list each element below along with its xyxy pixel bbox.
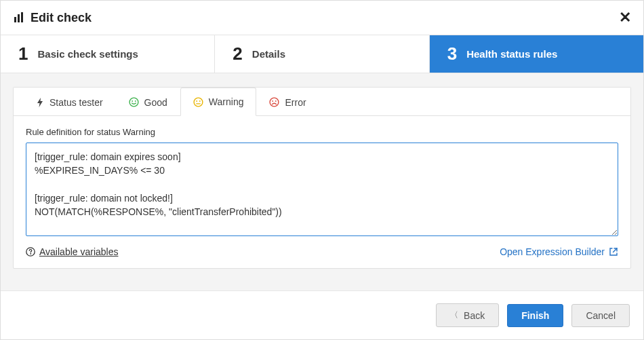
svg-point-10 xyxy=(270,98,279,107)
step-health-status-rules[interactable]: 3 Health status rules xyxy=(430,35,643,73)
tab-good[interactable]: Good xyxy=(116,88,180,116)
available-variables-label: Available variables xyxy=(39,246,118,257)
svg-point-4 xyxy=(132,100,133,102)
back-button[interactable]: 〈 Back xyxy=(436,303,499,327)
tab-content-warning: Rule definition for status Warning Avail… xyxy=(14,116,630,268)
wizard-steps: 1 Basic check settings 2 Details 3 Healt… xyxy=(1,35,643,73)
svg-point-12 xyxy=(275,100,277,102)
chevron-left-icon: 〈 xyxy=(450,309,458,321)
open-expression-builder-label: Open Expression Builder xyxy=(500,246,605,257)
svg-rect-1 xyxy=(18,14,20,22)
svg-point-3 xyxy=(129,98,138,107)
back-button-label: Back xyxy=(464,310,485,321)
header-title-group: Edit check xyxy=(13,11,92,25)
cancel-button[interactable]: Cancel xyxy=(571,304,630,327)
rules-panel: Status tester Good Warning xyxy=(13,87,631,269)
modal-footer: 〈 Back Finish Cancel xyxy=(1,290,643,339)
finish-button-label: Finish xyxy=(521,310,549,321)
rule-footer-row: Available variables Open Expression Buil… xyxy=(26,246,618,257)
svg-point-6 xyxy=(194,98,203,107)
svg-rect-0 xyxy=(14,17,16,22)
open-expression-builder-link[interactable]: Open Expression Builder xyxy=(500,246,618,257)
step-label: Details xyxy=(252,48,285,60)
modal-title: Edit check xyxy=(31,11,92,25)
step-label: Basic check settings xyxy=(37,48,138,60)
tab-label: Warning xyxy=(209,96,244,107)
step-number: 1 xyxy=(18,43,28,64)
svg-point-8 xyxy=(199,100,201,102)
status-tabs: Status tester Good Warning xyxy=(14,88,630,116)
cancel-button-label: Cancel xyxy=(586,310,616,321)
svg-point-14 xyxy=(30,253,31,254)
svg-line-15 xyxy=(613,248,618,252)
close-icon[interactable]: ✕ xyxy=(619,10,631,25)
external-link-icon xyxy=(609,247,618,257)
step-label: Health status rules xyxy=(466,48,557,60)
edit-check-modal: Edit check ✕ 1 Basic check settings 2 De… xyxy=(0,0,644,340)
sad-face-icon xyxy=(269,97,279,107)
bar-chart-icon xyxy=(13,12,25,24)
tab-error[interactable]: Error xyxy=(256,88,319,116)
tab-warning[interactable]: Warning xyxy=(180,88,257,116)
smile-icon xyxy=(129,97,139,107)
finish-button[interactable]: Finish xyxy=(507,304,563,327)
tab-label: Error xyxy=(285,97,306,108)
tab-label: Status tester xyxy=(49,97,103,108)
svg-point-11 xyxy=(273,100,274,102)
svg-point-5 xyxy=(134,100,136,102)
step-details[interactable]: 2 Details xyxy=(215,35,429,73)
neutral-face-icon xyxy=(193,97,203,107)
modal-header: Edit check ✕ xyxy=(1,1,643,35)
bolt-icon xyxy=(36,98,44,107)
rule-definition-label: Rule definition for status Warning xyxy=(26,127,618,137)
modal-body: Status tester Good Warning xyxy=(1,73,643,290)
step-number: 2 xyxy=(233,43,242,64)
svg-rect-2 xyxy=(21,12,23,22)
tab-status-tester[interactable]: Status tester xyxy=(23,88,116,116)
step-basic-settings[interactable]: 1 Basic check settings xyxy=(1,35,215,73)
rule-definition-textarea[interactable] xyxy=(26,143,618,236)
svg-point-7 xyxy=(196,100,197,102)
tab-label: Good xyxy=(144,97,167,108)
step-number: 3 xyxy=(447,43,457,64)
help-circle-icon xyxy=(26,247,35,257)
available-variables-link[interactable]: Available variables xyxy=(26,246,118,257)
